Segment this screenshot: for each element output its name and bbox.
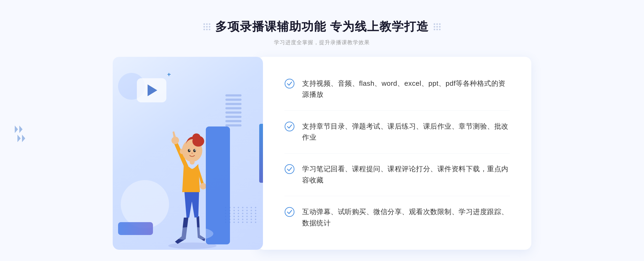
page-wrapper: 多项录播课辅助功能 专为线上教学打造 学习进度全掌握，提升录播课教学效果 bbox=[0, 0, 644, 261]
svg-point-19 bbox=[285, 165, 294, 174]
svg-rect-15 bbox=[206, 126, 230, 244]
check-icon-3 bbox=[284, 164, 295, 174]
illustration-panel bbox=[113, 57, 263, 250]
svg-point-4 bbox=[171, 137, 179, 144]
feature-text-4: 互动弹幕、试听购买、微信分享、观看次数限制、学习进度跟踪、数据统计 bbox=[302, 206, 510, 229]
sparkle-deco bbox=[166, 73, 172, 78]
feature-text-2: 支持章节目录、弹题考试、课后练习、课后作业、章节测验、批改作业 bbox=[302, 121, 510, 143]
svg-point-20 bbox=[285, 207, 294, 217]
header-section: 多项录播课辅助功能 专为线上教学打造 学习进度全掌握，提升录播课教学效果 bbox=[203, 0, 441, 54]
feature-item-3: 学习笔记回看、课程提问、课程评论打分、课件资料下载，重点内容收藏 bbox=[284, 158, 510, 191]
blue-bottom-shape bbox=[118, 222, 153, 235]
feature-text-3: 学习笔记回看、课程提问、课程评论打分、课件资料下载，重点内容收藏 bbox=[302, 163, 510, 186]
feature-item-4: 互动弹幕、试听购买、微信分享、观看次数限制、学习进度跟踪、数据统计 bbox=[284, 201, 510, 234]
title-row: 多项录播课辅助功能 专为线上教学打造 bbox=[203, 19, 441, 35]
svg-point-16 bbox=[170, 227, 213, 240]
check-icon-4 bbox=[284, 207, 295, 217]
svg-point-5 bbox=[200, 183, 206, 189]
main-content: 支持视频、音频、flash、word、excel、ppt、pdf等各种格式的资源… bbox=[113, 57, 531, 250]
check-icon-1 bbox=[284, 79, 295, 89]
features-panel: 支持视频、音频、flash、word、excel、ppt、pdf等各种格式的资源… bbox=[258, 57, 531, 250]
svg-point-9 bbox=[192, 133, 200, 141]
accent-bar bbox=[259, 124, 263, 183]
feature-item-1: 支持视频、音频、flash、word、excel、ppt、pdf等各种格式的资源… bbox=[284, 73, 510, 106]
divider-3 bbox=[284, 196, 510, 196]
feature-item-2: 支持章节目录、弹题考试、课后练习、课后作业、章节测验、批改作业 bbox=[284, 115, 510, 148]
check-icon-2 bbox=[284, 121, 295, 132]
svg-point-13 bbox=[195, 150, 196, 151]
page-subtitle: 学习进度全掌握，提升录播课教学效果 bbox=[203, 39, 441, 46]
svg-point-14 bbox=[180, 149, 184, 154]
svg-point-11 bbox=[193, 149, 196, 152]
svg-point-17 bbox=[285, 79, 294, 88]
left-dots-deco bbox=[203, 23, 210, 30]
divider-1 bbox=[284, 110, 510, 111]
feature-text-1: 支持视频、音频、flash、word、excel、ppt、pdf等各种格式的资源… bbox=[302, 78, 510, 100]
divider-2 bbox=[284, 153, 510, 154]
left-nav-arrows bbox=[15, 125, 25, 142]
person-illustration bbox=[147, 94, 238, 250]
svg-point-10 bbox=[188, 149, 191, 152]
right-dots-deco bbox=[434, 23, 441, 30]
svg-point-12 bbox=[189, 150, 190, 151]
page-title: 多项录播课辅助功能 专为线上教学打造 bbox=[215, 19, 429, 35]
svg-point-18 bbox=[285, 122, 294, 131]
